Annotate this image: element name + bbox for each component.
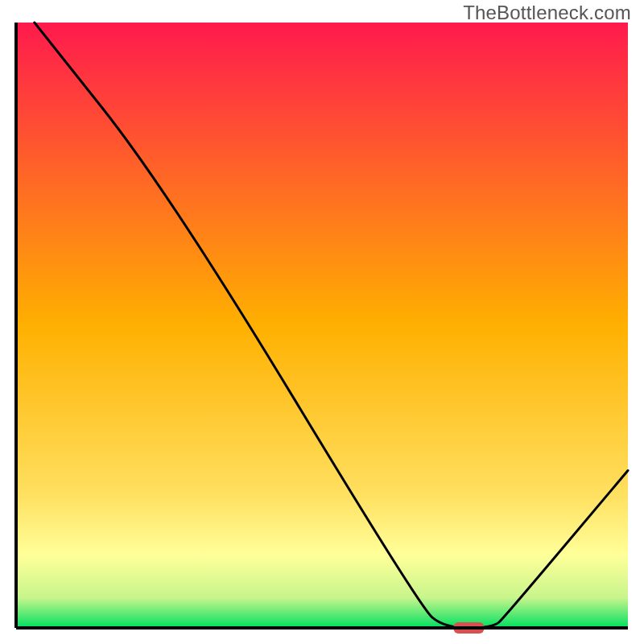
chart-container: TheBottleneck.com <box>0 0 644 644</box>
watermark-label: TheBottleneck.com <box>463 2 631 24</box>
bottleneck-chart <box>0 0 644 644</box>
